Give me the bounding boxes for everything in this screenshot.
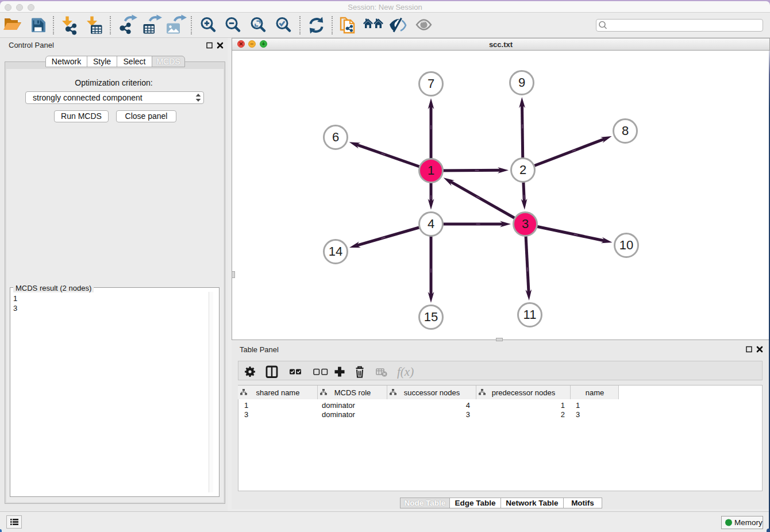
- svg-text:4: 4: [428, 217, 434, 231]
- svg-text:3: 3: [522, 217, 529, 231]
- svg-text:f(x): f(x): [397, 365, 414, 379]
- svg-text:8: 8: [622, 124, 629, 138]
- svg-text:11: 11: [523, 307, 537, 322]
- svg-text:Memory: Memory: [734, 518, 763, 527]
- svg-text:9: 9: [518, 75, 525, 90]
- svg-text:1: 1: [428, 163, 434, 178]
- svg-text:14: 14: [329, 244, 342, 259]
- svg-text:10: 10: [619, 238, 633, 252]
- svg-text:2: 2: [519, 163, 526, 177]
- svg-text:15: 15: [424, 310, 438, 324]
- svg-text:7: 7: [428, 76, 434, 91]
- svg-text:6: 6: [332, 130, 339, 144]
